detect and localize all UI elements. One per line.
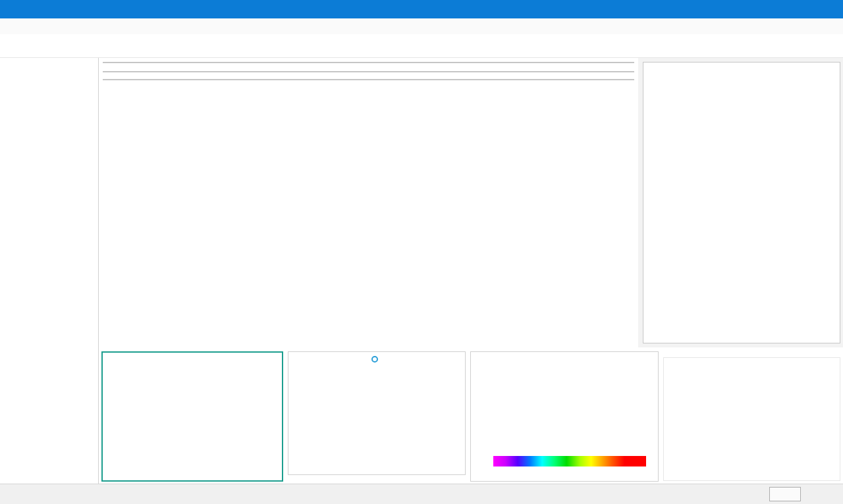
chromatic-aberration-panel bbox=[643, 62, 840, 343]
deltae-chart bbox=[288, 366, 465, 473]
titlebar bbox=[0, 0, 843, 18]
tables-area bbox=[99, 58, 638, 347]
statusbar bbox=[0, 484, 843, 504]
app-icon bbox=[6, 4, 16, 14]
charts-row bbox=[99, 347, 843, 484]
window-controls bbox=[754, 0, 843, 18]
maximize-button[interactable] bbox=[784, 0, 813, 18]
samples-table bbox=[103, 79, 634, 80]
sample-tree bbox=[0, 58, 99, 484]
scatter-chart bbox=[103, 353, 282, 479]
toolbar bbox=[0, 34, 843, 58]
deltae-chart-panel bbox=[288, 351, 466, 475]
minimize-button[interactable] bbox=[754, 0, 784, 18]
scatter-chart-panel bbox=[101, 351, 283, 482]
auto-button[interactable] bbox=[769, 487, 801, 501]
tolerance-table bbox=[103, 62, 634, 63]
spectrum-bar bbox=[493, 456, 646, 466]
upper-area bbox=[99, 58, 843, 347]
spectral-chart-panel bbox=[470, 351, 659, 482]
deltae-chart-legend bbox=[288, 352, 465, 366]
center-column bbox=[99, 58, 843, 484]
menubar bbox=[0, 18, 843, 34]
gamut-chart-panel bbox=[663, 357, 840, 481]
content bbox=[0, 58, 843, 484]
deltae-series-marker-icon bbox=[371, 356, 378, 363]
app-window bbox=[0, 0, 843, 504]
panel-header bbox=[643, 63, 840, 80]
standard-table bbox=[103, 71, 634, 72]
close-button[interactable] bbox=[813, 0, 843, 18]
spectral-chart bbox=[471, 352, 658, 452]
